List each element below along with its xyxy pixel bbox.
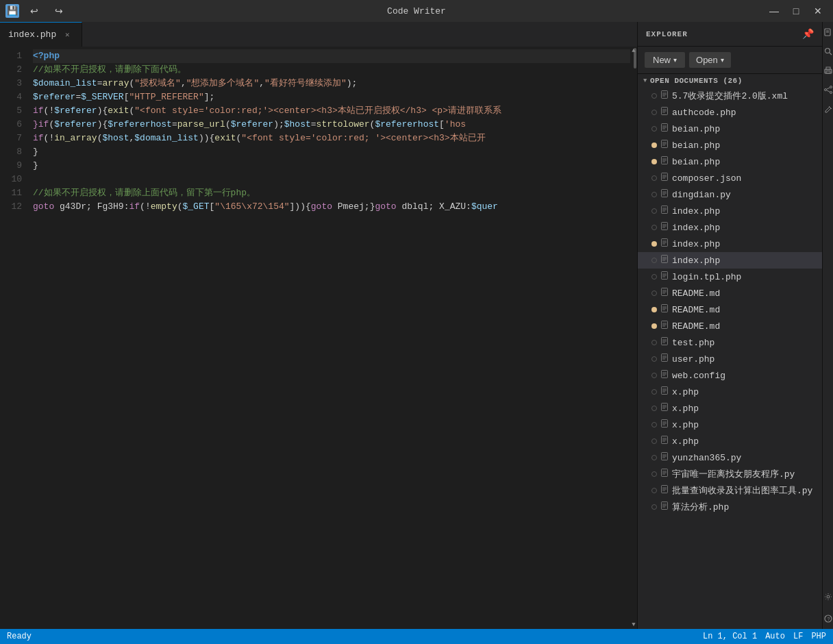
file-item-5[interactable]: composer.json [638,170,822,186]
file-item-21[interactable]: x.php [638,433,822,449]
line-number-11: 11 [0,186,22,200]
status-auto[interactable]: Auto [765,632,785,641]
file-dot-12 [651,290,657,296]
file-doc-icon-19 [661,403,668,414]
tab-filename: index.php [8,29,56,40]
file-doc-icon-15 [661,337,668,348]
file-item-24[interactable]: 批量查询收录及计算出图率工具.py [638,482,822,499]
file-dot-8 [651,225,657,230]
edit-icon-sidebar[interactable] [823,104,833,114]
main-container: index.php ✕ 123456789101112 <?php//如果不开启… [0,22,833,629]
file-item-13[interactable]: README.md [638,301,822,318]
maximize-button[interactable]: □ [786,1,806,21]
scroll-up-arrow[interactable]: ▲ [630,47,637,55]
search-icon-sidebar[interactable] [823,47,833,56]
file-item-2[interactable]: beian.php [638,121,822,137]
app-icon: 💾 [5,4,19,18]
file-item-20[interactable]: x.php [638,417,822,433]
file-item-4[interactable]: beian.php [638,153,822,170]
open-button[interactable]: Open ▾ [689,52,731,68]
help-icon-sidebar[interactable]: ? [823,614,833,623]
file-dot-22 [651,455,657,460]
code-line-2: //如果不开启授权，请删除下面代码。 [33,63,630,77]
svg-point-114 [830,92,832,94]
file-item-23[interactable]: 宇宙唯一距离找女朋友程序.py [638,466,822,482]
undo-button[interactable]: ↩ [25,1,44,21]
file-item-16[interactable]: user.php [638,351,822,367]
file-item-15[interactable]: test.php [638,334,822,351]
file-name-24: 批量查询收录及计算出图率工具.py [672,484,812,497]
scroll-down-arrow[interactable]: ▼ [630,621,637,629]
redo-button[interactable]: ↪ [49,1,69,21]
new-button[interactable]: New ▾ [645,52,685,68]
file-item-6[interactable]: dingdian.py [638,186,822,203]
share-icon-sidebar[interactable] [823,85,833,95]
file-item-22[interactable]: yunzhan365.py [638,449,822,466]
file-item-25[interactable]: 算法分析.php [638,499,822,515]
file-dot-19 [651,406,657,411]
explorer-toolbar: New ▾ Open ▾ [638,47,822,74]
status-language[interactable]: PHP [811,632,826,641]
save-icon[interactable]: 💾 [7,5,18,16]
code-editor[interactable]: 123456789101112 <?php//如果不开启授权，请删除下面代码。$… [0,47,637,629]
file-icon-sidebar[interactable] [823,27,833,37]
status-left: Ready [7,632,32,641]
code-line-5: if (!$referer) { exit("<font style='colo… [33,104,630,118]
file-doc-icon-12 [661,288,668,299]
file-list: 5.7收录提交插件2.0版.xmlauthcode.phpbeian.phpbe… [638,88,822,515]
print-icon-sidebar[interactable] [823,66,833,75]
file-item-8[interactable]: index.php [638,219,822,236]
file-doc-icon-13 [661,304,668,315]
file-dot-0 [651,93,657,99]
open-documents-section: ▼ OPEN DOCUMENTS (26) 5.7收录提交插件2.0版.xmla… [638,74,822,629]
title-bar: 💾 ↩ ↪ Code Writer — □ ✕ [0,0,833,22]
file-dot-9 [651,241,657,247]
file-dot-1 [651,110,657,115]
line-numbers: 123456789101112 [0,47,27,629]
file-item-0[interactable]: 5.7收录提交插件2.0版.xml [638,88,822,104]
file-doc-icon-18 [661,386,668,397]
code-content[interactable]: <?php//如果不开启授权，请删除下面代码。$domain_list = ar… [27,47,630,629]
file-item-17[interactable]: web.config [638,367,822,384]
open-docs-header[interactable]: ▼ OPEN DOCUMENTS (26) [638,74,822,88]
open-docs-label: OPEN DOCUMENTS (26) [650,77,743,85]
file-item-18[interactable]: x.php [638,384,822,400]
status-position[interactable]: Ln 1, Col 1 [703,632,757,641]
file-item-3[interactable]: beian.php [638,137,822,153]
svg-line-116 [826,90,830,92]
file-dot-4 [651,159,657,164]
file-name-18: x.php [672,387,699,397]
file-item-7[interactable]: index.php [638,203,822,219]
pin-icon[interactable]: 📌 [802,28,814,40]
file-dot-5 [651,175,657,181]
explorer-header: EXPLORER 📌 [638,22,822,47]
file-item-10[interactable]: index.php [638,252,822,269]
file-item-11[interactable]: login.tpl.php [638,269,822,285]
file-item-12[interactable]: README.md [638,285,822,301]
file-item-9[interactable]: index.php [638,236,822,252]
status-line-ending[interactable]: LF [793,632,803,641]
app-title: Code Writer [387,6,446,16]
file-item-1[interactable]: authcode.php [638,104,822,121]
line-number-7: 7 [0,132,22,145]
code-line-4: $referer = $_SERVER["HTTP_REFERER"]; [33,90,630,104]
file-dot-14 [651,323,657,329]
minimize-button[interactable]: — [764,1,784,21]
file-doc-icon-20 [661,419,668,430]
settings-icon-sidebar[interactable] [823,595,833,604]
file-item-19[interactable]: x.php [638,400,822,417]
code-line-1: <?php [33,49,630,63]
file-dot-24 [651,488,657,493]
tab-close-button[interactable]: ✕ [62,29,73,40]
file-doc-icon-25 [661,501,668,512]
file-dot-21 [651,438,657,444]
editor-container: index.php ✕ 123456789101112 <?php//如果不开启… [0,22,637,629]
svg-rect-111 [826,71,830,73]
active-tab[interactable]: index.php ✕ [0,22,82,47]
file-item-14[interactable]: README.md [638,318,822,334]
collapse-icon: ▼ [643,77,647,84]
editor-scrollbar[interactable]: ▲ ▼ [630,47,637,629]
file-doc-icon-16 [661,354,668,364]
close-button[interactable]: ✕ [808,1,828,21]
line-number-6: 6 [0,118,22,132]
